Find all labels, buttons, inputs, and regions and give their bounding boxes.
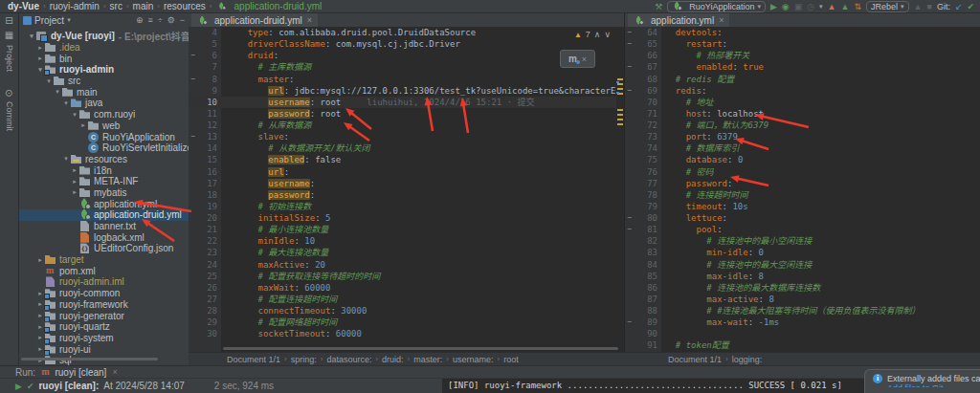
tree-chevron-icon[interactable]: ▸ (70, 178, 79, 186)
tree-row[interactable]: ▾com.ruoyi (19, 109, 189, 120)
fold-icon[interactable]: − (625, 27, 635, 38)
breadcrumb-item[interactable]: datasource: (326, 355, 371, 364)
breadcrumb-item[interactable]: main (133, 1, 154, 11)
tree-row[interactable]: ▸.idea (19, 42, 189, 54)
code-line[interactable]: timeout: 10s (665, 201, 980, 212)
tree-chevron-icon[interactable]: ▸ (35, 256, 45, 264)
code-line[interactable]: # 地址 (665, 97, 980, 108)
tree-row[interactable]: RuoYiServletInitializer (19, 142, 189, 154)
tree-chevron-icon[interactable]: ▸ (35, 44, 45, 52)
debug-button[interactable]: ◉ (782, 1, 790, 12)
tree-chevron-icon[interactable]: ▸ (35, 345, 45, 353)
code-line[interactable]: # redis 配置 (665, 74, 980, 85)
code-line[interactable]: # 最大连接池数量 (227, 247, 616, 258)
tree-row[interactable]: ▸mybatis (19, 187, 189, 199)
code-line[interactable]: slave: (227, 131, 616, 142)
tree-chevron-icon[interactable]: ▸ (35, 312, 45, 319)
code-line[interactable]: enabled: false (227, 154, 616, 165)
tree-row[interactable]: application.yml (19, 198, 189, 209)
right-editor-code[interactable]: devtools: restart: # 热部署开关 enabled: true… (661, 27, 980, 352)
code-line[interactable]: maxActive: 20 (227, 259, 616, 271)
code-line[interactable]: master: (227, 74, 616, 85)
profiler-button[interactable]: ◷ (807, 1, 814, 12)
code-line[interactable]: port: 6379 (665, 131, 980, 142)
close-icon[interactable]: × (582, 55, 587, 64)
tab-application-yml[interactable]: application.yml × (628, 13, 729, 27)
tree-row[interactable]: ▸web (19, 120, 189, 132)
build-hammer-icon[interactable]: ⚒ (655, 1, 662, 12)
swap-icon[interactable]: ⇅ (854, 1, 861, 12)
tool-window-commit-button[interactable]: ⊙ Commit (4, 89, 14, 131)
tree-row[interactable]: logback.xml (19, 231, 189, 243)
breadcrumb-item[interactable]: master: (413, 355, 442, 364)
rerun-icon[interactable]: ▶ (15, 382, 22, 391)
editor-horizontal-scrollbar[interactable] (223, 347, 618, 350)
window-toggle-icon[interactable]: ⊟ (5, 15, 12, 26)
code-line[interactable]: password: (665, 178, 980, 189)
breadcrumb-item[interactable]: username: (453, 355, 494, 364)
tree-row[interactable]: ▸i18n (19, 164, 189, 176)
left-editor-error-stripe[interactable] (616, 27, 624, 352)
notification-link-clipped[interactable]: Add files to Git (887, 383, 980, 387)
tree-chevron-icon[interactable]: ▸ (78, 121, 88, 129)
code-line[interactable]: lettuce: (665, 212, 980, 224)
breadcrumb-item[interactable]: Document 1/1 (227, 355, 280, 364)
code-line[interactable]: max-wait: -1ms (665, 317, 980, 328)
code-line[interactable]: # 主库数据源 (227, 61, 616, 73)
tree-row[interactable]: ▸target (19, 254, 189, 266)
tree-row[interactable]: banner.txt (19, 221, 189, 232)
code-line[interactable]: # 密码 (665, 166, 980, 178)
git-commit-button[interactable]: ✔ (967, 1, 974, 12)
code-line[interactable]: # 配置连接超时时间 (227, 294, 616, 305)
tree-row[interactable]: application-druid.yml (19, 209, 189, 221)
fold-icon[interactable]: − (625, 317, 635, 328)
tool-window-project-button[interactable]: ▦ Project (4, 30, 14, 72)
fold-icon[interactable]: − (625, 61, 635, 73)
breadcrumb-item-file[interactable]: application-druid.yml (234, 1, 323, 11)
code-line[interactable]: # 连接池的最大数据库连接数 (665, 282, 980, 294)
tree-row[interactable]: ▸ruoyi-ui (19, 343, 189, 355)
code-line[interactable]: # 端口，默认为6379 (665, 120, 980, 131)
tree-chevron-icon[interactable]: ▾ (27, 33, 36, 40)
tree-chevron-icon[interactable]: ▸ (35, 55, 45, 62)
tree-row[interactable]: UEditorConfig.json (19, 243, 189, 254)
code-line[interactable]: initialSize: 5 (227, 212, 616, 224)
code-line[interactable]: # #连接池最大阻塞等待时间（使用负值表示没有限制） (665, 305, 980, 317)
breadcrumb-item[interactable]: ruoyi-admin (50, 1, 100, 11)
tree-row[interactable]: ▾ruoyi-admin (19, 64, 189, 76)
code-line[interactable]: # 最小连接池数量 (227, 224, 616, 235)
code-line[interactable]: enabled: true (665, 61, 980, 73)
code-line[interactable]: restart: (665, 38, 980, 50)
tree-chevron-icon[interactable]: ▸ (35, 323, 45, 331)
breadcrumb-item[interactable]: root (503, 355, 519, 364)
tree-row[interactable]: ▸ruoyi-system (19, 333, 189, 344)
hide-panel-icon[interactable]: − (180, 15, 185, 25)
tree-row[interactable]: ruoyi-admin.iml (19, 276, 189, 288)
project-panel-title[interactable]: Project (34, 15, 64, 26)
run-tab[interactable]: ruoyi [clean] (55, 367, 106, 378)
editor-right[interactable]: −64−6566−6768−6970717273747576777879−80−… (624, 27, 980, 352)
code-line[interactable]: # 配置获取连接等待超时的时间 (227, 271, 616, 282)
tab-application-druid-yml[interactable]: application-druid.yml × (191, 13, 318, 27)
code-line[interactable]: minIdle: 10 (227, 235, 616, 247)
editor-left[interactable]: 45−67−89101112−1314151617181920212223242… (189, 27, 624, 352)
code-line[interactable]: pool: (665, 224, 980, 235)
chevron-down-icon[interactable]: ▾ (67, 16, 71, 24)
code-line[interactable]: # 连接池中的最小空闲连接 (665, 235, 980, 247)
breadcrumb-item[interactable]: druid: (382, 355, 404, 364)
collapse-all-icon[interactable]: ≡ (147, 15, 152, 25)
fold-icon[interactable]: − (189, 74, 198, 85)
code-line[interactable]: # 数据库索引 (665, 142, 980, 154)
floating-action-popup[interactable]: m × (560, 50, 595, 68)
tree-chevron-icon[interactable]: ▸ (35, 334, 45, 341)
jrebel-run-icon[interactable]: ▲ (828, 1, 836, 12)
tree-chevron-icon[interactable]: ▾ (61, 99, 71, 107)
tree-row[interactable]: ▸ruoyi-quartz (19, 321, 189, 333)
code-line[interactable]: # 连接超时时间 (665, 189, 980, 201)
code-line[interactable]: druid: (227, 50, 616, 61)
code-line[interactable]: # 从数据源开关/默认关闭 (227, 142, 616, 154)
code-line[interactable]: password: (227, 189, 616, 201)
tree-row[interactable]: pom.xml (19, 265, 189, 276)
tree-row[interactable]: RuoYiApplication (19, 131, 189, 142)
code-line[interactable]: # 配置网络超时时间 (227, 317, 616, 328)
